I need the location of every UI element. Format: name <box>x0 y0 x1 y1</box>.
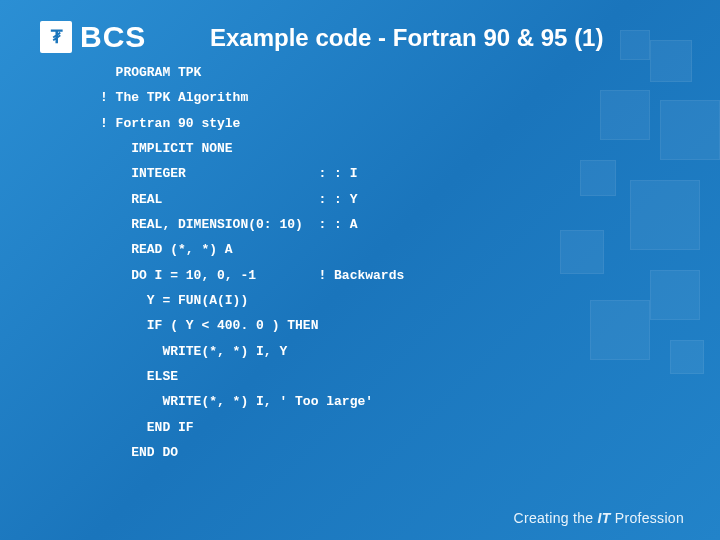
slide-title: Example code - Fortran 90 & 95 (1) <box>210 24 700 52</box>
code-block: PROGRAM TPK ! The TPK Algorithm ! Fortra… <box>100 60 680 466</box>
footer-emph: IT <box>598 510 611 526</box>
bcs-logo: ₮ BCS <box>40 20 146 54</box>
footer-tagline: Creating the IT Profession <box>514 510 684 526</box>
footer-pre: Creating the <box>514 510 598 526</box>
bcs-logo-text: BCS <box>80 20 146 54</box>
footer-post: Profession <box>611 510 684 526</box>
bcs-logo-icon: ₮ <box>40 21 72 53</box>
